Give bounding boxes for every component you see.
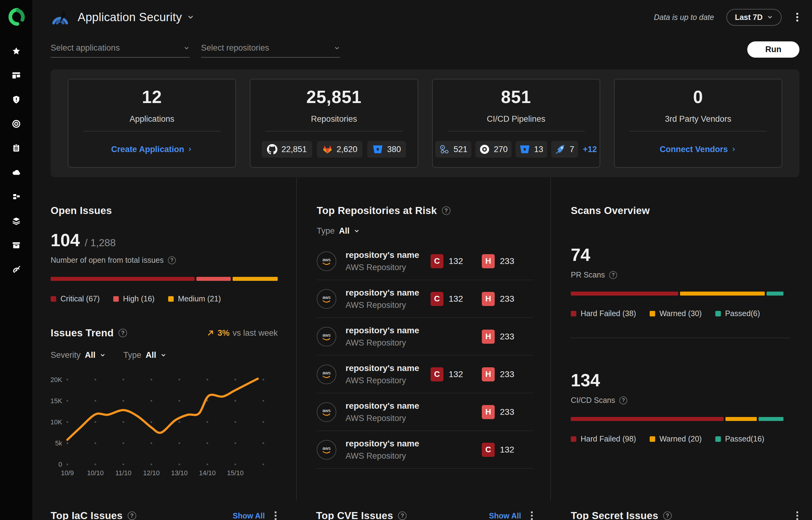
sidebar-item-policies[interactable] xyxy=(11,119,22,129)
sidebar-item-layers[interactable] xyxy=(11,215,22,226)
azure-pipelines-icon xyxy=(555,144,566,155)
sidebar-item-favorites[interactable] xyxy=(11,46,22,56)
total-issues-count: / 1,288 xyxy=(85,237,116,249)
vendors-label: 3rd Party Vendors xyxy=(665,114,731,124)
sidebar-item-cloud[interactable] xyxy=(11,167,22,178)
pr-scans-bar xyxy=(571,292,784,295)
header-menu-kebab[interactable] xyxy=(795,12,799,23)
cve-show-all-link[interactable]: Show All xyxy=(489,512,521,520)
secrets-menu-kebab[interactable] xyxy=(795,510,799,520)
help-icon[interactable] xyxy=(128,512,136,520)
repository-type: AWS Repository xyxy=(346,263,419,272)
cicd-scans-bar xyxy=(571,417,784,421)
repository-type: AWS Repository xyxy=(346,301,419,310)
trend-delta: 3% xyxy=(218,328,229,338)
help-icon[interactable] xyxy=(168,256,176,264)
bitbucket-pipelines-chip: 13 xyxy=(516,141,547,158)
legend-item-critical: Critical (67) xyxy=(51,294,100,303)
cicd-scans-label: CI/CD Scans xyxy=(571,396,615,405)
critical-badge: C xyxy=(482,443,495,457)
page-title: Application Security xyxy=(78,11,182,24)
aws-repo-icon: aws xyxy=(317,327,336,346)
iac-menu-kebab[interactable] xyxy=(273,510,278,520)
azure-pipelines-chip: 7 xyxy=(551,141,578,158)
legend-item-hard-failed: Hard Failed (38) xyxy=(571,309,636,318)
top-cve-issues-header: Top CVE Issues Show All xyxy=(296,510,551,520)
archive-icon xyxy=(12,240,21,250)
top-iac-issues-title: Top IaC Issues xyxy=(51,510,123,520)
sidebar-item-security-alerts[interactable] xyxy=(11,95,22,105)
top-repositories-section: Top Repositories at Risk Type All aws xyxy=(296,177,551,501)
run-button[interactable]: Run xyxy=(747,42,799,58)
repository-row[interactable]: aws repository's name AWS Repository C13… xyxy=(317,242,533,280)
help-icon[interactable] xyxy=(609,271,617,279)
legend-item-high: High (16) xyxy=(113,294,155,303)
repository-row[interactable]: aws repository's name AWS Repository C13… xyxy=(317,356,533,393)
repository-name: repository's name xyxy=(346,439,419,448)
chevron-right-icon xyxy=(731,147,737,152)
svg-text:aws: aws xyxy=(322,408,331,413)
help-icon[interactable] xyxy=(119,329,127,337)
sidebar-item-reports[interactable] xyxy=(11,143,22,153)
open-issues-title: Open Issues xyxy=(51,205,112,216)
brand-logo[interactable] xyxy=(7,8,25,27)
applications-select-placeholder: Select applications xyxy=(51,43,120,53)
sidebar-item-performance[interactable] xyxy=(11,264,22,275)
cve-menu-kebab[interactable] xyxy=(530,510,534,520)
pr-scans-block: 74 PR Scans Hard Failed (38) Warned (30) xyxy=(571,245,799,318)
svg-text:15/10: 15/10 xyxy=(227,469,244,477)
target-icon xyxy=(12,119,21,128)
repository-row[interactable]: aws repository's name AWS Repository H23… xyxy=(317,393,533,431)
dashboard-icon xyxy=(12,71,21,80)
repository-row[interactable]: aws repository's name AWS Repository H23… xyxy=(317,318,533,356)
legend-item-warned: Warned (20) xyxy=(650,435,702,443)
sidebar-item-integrations[interactable] xyxy=(11,191,22,202)
sidebar-item-inventory[interactable] xyxy=(11,240,22,250)
more-pipelines-link[interactable]: +12 xyxy=(583,145,597,154)
applications-select[interactable]: Select applications xyxy=(51,43,190,58)
gitlab-count: 2,620 xyxy=(337,145,358,154)
type-filter[interactable]: Type All xyxy=(123,350,166,360)
bar-segment xyxy=(571,417,723,421)
time-range-selector[interactable]: Last 7D xyxy=(727,9,782,26)
github-actions-count: 521 xyxy=(453,145,467,154)
repository-type: AWS Repository xyxy=(346,414,419,423)
iac-show-all-link[interactable]: Show All xyxy=(232,512,265,520)
sidebar-item-dashboard[interactable] xyxy=(11,70,22,81)
help-icon[interactable] xyxy=(663,512,672,520)
scans-overview-title: Scans Overview xyxy=(571,205,650,216)
cicd-pipelines-count: 851 xyxy=(501,87,531,107)
star-icon xyxy=(12,47,21,56)
help-icon[interactable] xyxy=(398,512,407,520)
svg-text:10K: 10K xyxy=(51,418,62,426)
chevron-down-icon xyxy=(183,45,190,51)
severity-filter[interactable]: Severity All xyxy=(51,350,105,360)
high-swatch xyxy=(113,296,119,302)
repository-name: repository's name xyxy=(346,363,419,373)
top-secret-issues-title: Top Secret Issues xyxy=(571,510,658,520)
repository-row[interactable]: aws repository's name AWS Repository C13… xyxy=(317,431,533,469)
svg-text:13/10: 13/10 xyxy=(171,469,188,477)
create-application-link[interactable]: Create Application xyxy=(111,145,193,154)
aws-repo-icon: aws xyxy=(317,440,336,460)
circleci-chip: 270 xyxy=(475,141,512,158)
repo-type-filter[interactable]: Type All xyxy=(317,226,360,236)
medium-swatch xyxy=(168,296,174,302)
help-icon[interactable] xyxy=(442,206,450,215)
applications-card: 12 Applications Create Application xyxy=(68,79,236,168)
critical-badge: C xyxy=(430,292,443,306)
help-icon[interactable] xyxy=(619,396,627,405)
circleci-icon xyxy=(479,144,490,155)
connect-vendors-link[interactable]: Connect Vendors xyxy=(660,145,737,154)
main-content: Application Security Data is up to date … xyxy=(32,0,812,520)
bar-segment xyxy=(759,417,784,421)
cicd-pipelines-label: CI/CD Pipelines xyxy=(487,114,545,124)
title-chevron-down-icon[interactable] xyxy=(187,14,194,21)
repository-row[interactable]: aws repository's name AWS Repository C13… xyxy=(317,280,533,318)
cicd-scans-block: 134 CI/CD Scans Hard Failed (98) Warned … xyxy=(571,370,799,443)
critical-swatch xyxy=(51,296,56,302)
repositories-select[interactable]: Select repositories xyxy=(201,43,340,58)
svg-text:20K: 20K xyxy=(51,376,62,384)
bar-segment xyxy=(767,292,784,295)
stats-band: 12 Applications Create Application 25,85… xyxy=(51,69,799,177)
